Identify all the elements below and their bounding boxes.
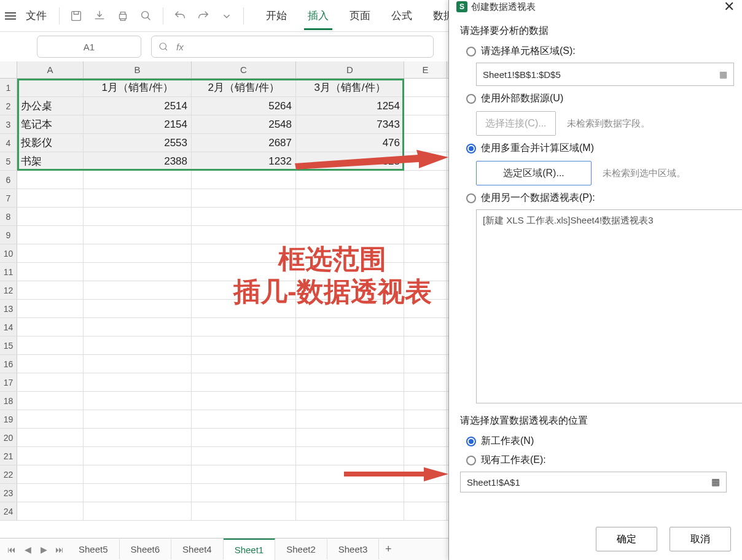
tab-formula[interactable]: 公式 <box>388 2 416 29</box>
cell[interactable] <box>404 336 447 354</box>
cell[interactable] <box>17 171 84 189</box>
cell[interactable] <box>192 355 296 373</box>
cell[interactable]: 书架 <box>17 152 84 170</box>
add-sheet-button[interactable]: + <box>379 543 397 556</box>
cell[interactable] <box>192 171 296 189</box>
cell[interactable] <box>404 373 447 391</box>
select-region-button[interactable]: 选定区域(R)... <box>476 161 592 185</box>
cell[interactable] <box>17 208 84 225</box>
tab-start[interactable]: 开始 <box>262 2 291 29</box>
cell[interactable] <box>17 281 84 299</box>
sheet-tab[interactable]: Sheet2 <box>275 539 327 559</box>
cell[interactable] <box>296 355 404 373</box>
cell[interactable] <box>17 244 84 262</box>
cell[interactable] <box>84 336 192 354</box>
cell[interactable] <box>192 502 296 520</box>
cell[interactable] <box>404 208 447 225</box>
row-header[interactable]: 18 <box>0 392 17 410</box>
col-header-C[interactable]: C <box>192 61 296 78</box>
cell[interactable] <box>17 318 84 336</box>
sheet-tab[interactable]: Sheet6 <box>120 539 172 559</box>
cell[interactable] <box>17 392 84 410</box>
row-header[interactable]: 8 <box>0 208 17 225</box>
cell[interactable] <box>84 226 192 244</box>
cell[interactable] <box>404 484 447 502</box>
cell[interactable] <box>404 79 447 96</box>
print-icon[interactable] <box>112 6 133 26</box>
range-picker-icon[interactable]: ▦ <box>719 69 727 79</box>
cancel-button[interactable]: 取消 <box>670 527 731 551</box>
cell[interactable]: 2月（销售/件） <box>192 79 296 96</box>
cell[interactable] <box>84 208 192 225</box>
cell[interactable] <box>17 502 84 520</box>
cell[interactable] <box>192 373 296 391</box>
cell[interactable] <box>192 447 296 465</box>
cell[interactable] <box>296 392 404 410</box>
cell[interactable] <box>17 300 84 317</box>
cell[interactable] <box>84 373 192 391</box>
sheet-tab[interactable]: Sheet5 <box>68 539 120 559</box>
name-box[interactable]: A1 <box>37 36 141 58</box>
existing-location-input[interactable]: Sheet1!$A$1 ▦ <box>460 472 727 492</box>
cell[interactable] <box>84 189 192 207</box>
row-header[interactable]: 4 <box>0 134 17 152</box>
cell[interactable] <box>17 336 84 354</box>
cell[interactable] <box>404 447 447 465</box>
export-icon[interactable] <box>89 6 110 26</box>
radio-external-source[interactable]: 使用外部数据源(U) <box>466 92 731 105</box>
row-header[interactable]: 20 <box>0 429 17 446</box>
pivot-list[interactable]: [新建 XLS 工作表.xls]Sheet4!数据透视表3 <box>476 209 742 403</box>
ok-button[interactable]: 确定 <box>596 527 657 551</box>
cell[interactable]: 2154 <box>84 115 192 133</box>
cell[interactable] <box>404 410 447 428</box>
cell[interactable] <box>84 465 192 483</box>
cell[interactable] <box>192 410 296 428</box>
cell[interactable]: 2553 <box>84 134 192 152</box>
cell[interactable] <box>84 244 192 262</box>
cell[interactable] <box>17 410 84 428</box>
cell[interactable]: 3月（销售/件） <box>296 79 404 96</box>
cell[interactable] <box>404 189 447 207</box>
sheet-tab[interactable]: Sheet4 <box>171 539 224 559</box>
cell[interactable] <box>296 318 404 336</box>
row-header[interactable]: 16 <box>0 355 17 373</box>
range-input[interactable]: Sheet1!$B$1:$D$5 ▦ <box>476 63 734 86</box>
cell[interactable] <box>404 502 447 520</box>
row-header[interactable]: 6 <box>0 171 17 189</box>
cell[interactable]: 1月（销售/件） <box>84 79 192 96</box>
cell[interactable] <box>17 79 84 96</box>
cell[interactable] <box>192 336 296 354</box>
row-header[interactable]: 5 <box>0 152 17 170</box>
cell[interactable] <box>296 429 404 446</box>
cell[interactable] <box>296 484 404 502</box>
row-header[interactable]: 15 <box>0 336 17 354</box>
tab-page[interactable]: 页面 <box>346 2 374 29</box>
select-all-corner[interactable] <box>0 61 17 78</box>
formula-input[interactable]: fx <box>151 36 434 58</box>
cell[interactable] <box>84 281 192 299</box>
cell[interactable] <box>84 484 192 502</box>
cell[interactable]: 5264 <box>192 97 296 115</box>
choose-connection-button[interactable]: 选择连接(C)... <box>476 111 556 136</box>
radio-existing-sheet[interactable]: 现有工作表(E): <box>466 454 731 467</box>
cell[interactable] <box>404 429 447 446</box>
row-header[interactable]: 10 <box>0 244 17 262</box>
redo-icon[interactable] <box>193 6 214 26</box>
cell[interactable] <box>17 447 84 465</box>
save-icon[interactable] <box>66 6 87 26</box>
row-header[interactable]: 13 <box>0 300 17 317</box>
radio-another-pivot[interactable]: 使用另一个数据透视表(P): <box>466 192 731 204</box>
radio-new-sheet[interactable]: 新工作表(N) <box>466 435 731 448</box>
cell[interactable] <box>296 447 404 465</box>
cell[interactable] <box>404 97 447 115</box>
cell[interactable]: 1232 <box>192 152 296 170</box>
cell[interactable] <box>17 189 84 207</box>
row-header[interactable]: 24 <box>0 502 17 520</box>
cell[interactable] <box>84 263 192 281</box>
cell[interactable] <box>84 410 192 428</box>
col-header-D[interactable]: D <box>296 61 404 78</box>
nav-next-icon[interactable]: ▶ <box>36 545 52 554</box>
cell[interactable] <box>404 355 447 373</box>
row-header[interactable]: 23 <box>0 484 17 502</box>
cell[interactable] <box>296 373 404 391</box>
